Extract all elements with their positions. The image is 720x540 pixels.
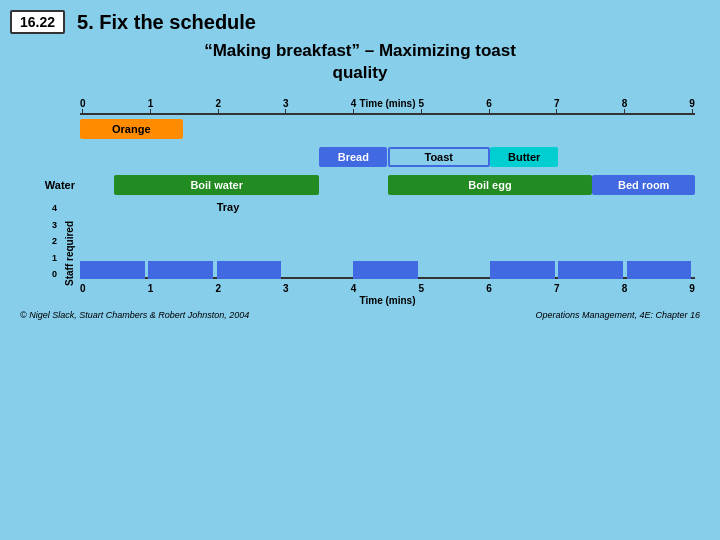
bar-orange: Orange [80,119,183,139]
y-tick-2: 2 [52,236,57,246]
bar-bedroom: Bed room [592,175,695,195]
gantt-row-orange: Orange [80,117,695,141]
footer: © Nigel Slack, Stuart Chambers & Robert … [10,306,710,320]
x-tick-6: 6 [486,283,492,294]
x-tick-7: 7 [554,283,560,294]
bar-butter: Butter [490,147,558,167]
x-axis-bottom: 0 1 2 3 4 5 6 7 8 9 [80,283,695,294]
gantt-row-bread: Bread Toast Butter [80,145,695,169]
slide-title: 5. Fix the schedule [77,11,256,34]
x-tick-1: 1 [148,283,154,294]
bar-bread: Bread [319,147,387,167]
x-tick-9: 9 [689,283,695,294]
staff-label-container: Staff required [15,201,75,306]
footer-right: Operations Management, 4E: Chapter 16 [535,310,700,320]
bc-bar-6 [627,261,692,279]
footer-left: © Nigel Slack, Stuart Chambers & Robert … [20,310,249,320]
y-tick-4: 4 [52,203,57,213]
chart-area: Time (mins) 0 1 2 3 4 5 6 7 8 9 Orange [10,98,710,306]
x-tick-0: 0 [80,283,86,294]
staff-section: Staff required 0 1 2 3 4 Tray [80,201,695,306]
x-tick-5: 5 [419,283,425,294]
bc-bar-2 [217,261,282,279]
gantt-row-water: Water Boil water Boil egg Bed room [80,173,695,197]
time-axis-top: Time (mins) 0 1 2 3 4 5 6 7 8 9 [80,98,695,115]
subtitle: “Making breakfast” – Maximizing toast qu… [10,40,710,84]
bar-chart-area: 0 1 2 3 4 Tray [80,201,695,281]
bar-toast: Toast [388,147,491,167]
y-tick-0: 0 [52,269,57,279]
slide-number: 16.22 [10,10,65,34]
bar-boil-water: Boil water [114,175,319,195]
x-axis-label: Time (mins) [80,295,695,306]
bc-bar-0 [80,261,145,279]
x-tick-2: 2 [215,283,221,294]
staff-label: Staff required [64,221,75,286]
main-container: 16.22 5. Fix the schedule “Making breakf… [0,0,720,540]
bc-bar-1 [148,261,213,279]
tray-label: Tray [217,201,240,213]
bc-bar-5 [558,261,623,279]
x-tick-8: 8 [622,283,628,294]
y-tick-3: 3 [52,220,57,230]
bar-boil-egg: Boil egg [388,175,593,195]
gantt-container: Orange Bread Toast Butter Water Boil wat… [80,117,695,197]
y-tick-1: 1 [52,253,57,263]
header-row: 16.22 5. Fix the schedule [10,10,710,34]
water-label: Water [10,175,75,195]
bc-bar-4 [490,261,555,279]
x-tick-4: 4 [351,283,357,294]
bc-bar-3 [353,261,418,279]
x-tick-3: 3 [283,283,289,294]
y-axis: 0 1 2 3 4 [52,201,57,281]
time-label-top: Time (mins) [360,98,416,109]
